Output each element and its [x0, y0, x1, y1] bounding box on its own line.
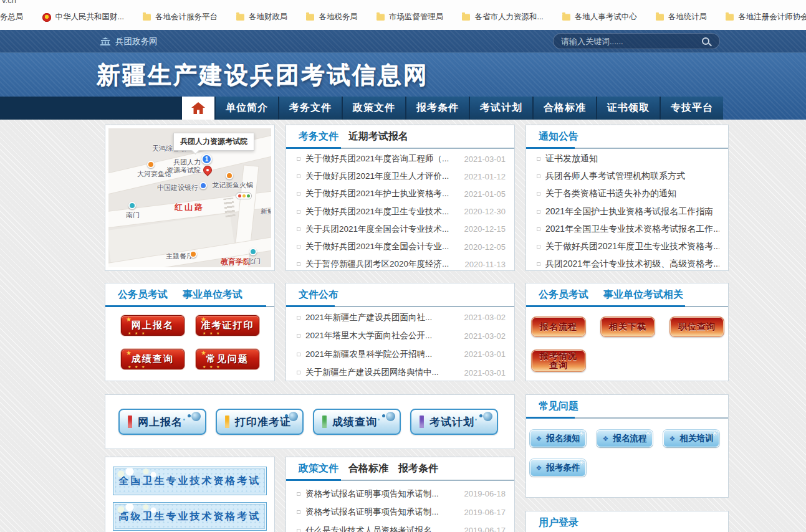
faq-panel: 常见问题 报名须知 报名流程 相关培训 报考条件	[525, 394, 729, 498]
health-exam-banner[interactable]: 全国卫生专业技术资格考试	[113, 467, 267, 495]
notice-item[interactable]: 兵团2021年会计专业技术初级、高级资格考...	[526, 255, 728, 273]
map-tooltip: 兵团人力资源考试院	[173, 133, 254, 151]
tab-civil-service-exam[interactable]: 公务员考试	[118, 288, 168, 302]
quick-link-button[interactable]: 打印准考证	[216, 409, 304, 435]
map-poi-dot	[249, 248, 257, 255]
search-input[interactable]	[561, 37, 702, 46]
nav-home-tab[interactable]	[182, 97, 214, 120]
document-date: 2021-03-02	[464, 331, 506, 341]
bookmark-item[interactable]: 各地统计局	[656, 12, 708, 22]
document-item[interactable]: 关于新疆生产建设兵团网络舆情中... 2021-03-01	[286, 364, 514, 382]
tab-civil-service-exam[interactable]: 公务员考试	[539, 288, 588, 302]
red-action-button[interactable]: 常见问题	[196, 349, 259, 369]
campus-map[interactable]: 兵团人力资源考试院 1 兵团人力 资源考试院 天鸿综合楼 大河宴鱼馆 中国建设银…	[108, 128, 271, 267]
bookmark-item[interactable]: 务总局	[0, 12, 24, 22]
color-bar	[225, 416, 229, 428]
faq-button[interactable]: 报名须知	[530, 430, 586, 447]
news-title: 关于做好兵团2021年度咨询工程师（...	[305, 153, 459, 164]
faq-button[interactable]: 相关培训	[663, 430, 719, 447]
policy-item[interactable]: 资格考试报名证明事项告知承诺制... 2019-06-17	[286, 503, 514, 522]
policy-date: 2019-06-17	[464, 508, 506, 517]
nav-tab[interactable]: 专技平台	[661, 97, 723, 120]
red-action-button[interactable]: 网上报名	[121, 315, 185, 336]
url-fragment: v.cn	[2, 0, 16, 5]
bubbles-decoration-icon	[483, 412, 492, 421]
map-label-longji: 龙记斑鱼火锅	[212, 181, 253, 190]
document-title: 2021年新疆生产建设兵团面向社...	[305, 312, 459, 323]
nav-tab[interactable]: 考务文件	[279, 97, 342, 120]
nav-tab[interactable]: 证书领取	[597, 97, 660, 120]
bookmark-item[interactable]: 各地税务局	[306, 12, 358, 22]
news-item[interactable]: 关于做好兵团2021年护士执业资格考... 2021-01-05	[286, 185, 514, 202]
bookmark-item[interactable]: 各地注册会计师协会	[726, 12, 806, 22]
active-tab-underline	[526, 305, 685, 307]
bookmark-item[interactable]: 各地人事考试中心	[562, 12, 637, 22]
bookmark-item[interactable]: 各地财政局	[236, 12, 288, 22]
nav-tab[interactable]: 合格标准	[534, 97, 596, 120]
document-item[interactable]: 2021年新疆生产建设兵团面向社... 2021-03-02	[286, 308, 514, 327]
document-date: 2021-03-02	[464, 313, 506, 322]
faq-button[interactable]: 报名流程	[597, 430, 653, 447]
news-item[interactable]: 关于做好兵团2021年度卫生人才评价... 2021-01-12	[286, 168, 514, 185]
bookmark-item[interactable]: 市场监督管理局	[377, 12, 444, 22]
active-tab-underline	[105, 305, 266, 307]
bookmarks-bar: v.cn 务总局 中华人民共和国财... 各地会计服务平台	[0, 0, 806, 30]
map-poi-dot	[190, 250, 197, 258]
orange-action-button[interactable]: 相关下载	[600, 316, 655, 337]
document-item[interactable]: 2021年新疆农垦科学院公开招聘... 2021-03-01	[286, 345, 514, 364]
tab-exam-documents[interactable]: 考务文件	[299, 130, 338, 143]
gov-portal-link[interactable]: 兵团政务网	[100, 30, 158, 53]
tab-user-login[interactable]: 用户登录	[539, 516, 578, 530]
orange-action-button[interactable]: 职位查询	[669, 316, 724, 337]
notice-title: 关于做好兵团2021年度卫生专业技术资格考...	[545, 241, 719, 252]
bookmark-item[interactable]: 各地会计服务平台	[143, 12, 218, 22]
nav-tab[interactable]: 报考条件	[406, 97, 469, 120]
civil-service-related-panel: 公务员考试 事业单位考试相关 报名流程 相关下载 职位查询 报考情况 查询	[525, 283, 729, 381]
tab-application-requirements[interactable]: 报考条件	[398, 462, 438, 475]
news-item[interactable]: 关于暂停新疆兵团考区2020年度经济... 2020-11-13	[286, 255, 514, 273]
news-item[interactable]: 关于做好兵团2021年度咨询工程师（... 2021-03-01	[286, 150, 514, 168]
notice-item[interactable]: 证书发放通知	[526, 150, 728, 168]
bookmark-label: 各地税务局	[319, 12, 358, 22]
notice-item[interactable]: 关于各类资格证书遗失补办的通知	[526, 185, 728, 202]
nav-tab[interactable]: 政策文件	[343, 97, 405, 120]
bookmark-item[interactable]: 各省市人力资源和...	[462, 12, 543, 22]
related-buttons: 报名流程 相关下载 职位查询 报考情况 查询	[526, 307, 728, 372]
tab-institution-exam[interactable]: 事业单位考试	[183, 288, 242, 302]
map-label-dahe: 大河宴鱼馆	[137, 169, 171, 179]
policy-item[interactable]: 什么是专业技术人员资格考试报名... 2019-06-17	[286, 521, 514, 532]
tab-policy-documents[interactable]: 政策文件	[299, 462, 338, 475]
orange-action-button[interactable]: 报名流程	[531, 316, 586, 337]
orange-action-button[interactable]: 报考情况 查询	[531, 349, 586, 372]
search-icon[interactable]	[702, 37, 709, 45]
red-action-button[interactable]: 准考证打印	[196, 315, 259, 336]
quick-link-button[interactable]: 考试计划	[410, 409, 498, 435]
map-marker-1[interactable]: 1	[201, 154, 212, 164]
notice-item[interactable]: 2021年全国卫生专业技术资格考试报名工作...	[526, 221, 728, 238]
quick-link-button[interactable]: 成绩查询	[313, 409, 401, 435]
tab-passing-standards[interactable]: 合格标准	[348, 462, 388, 475]
tab-faq[interactable]: 常见问题	[539, 400, 578, 413]
news-date: 2020-12-15	[464, 224, 506, 234]
document-title: 2021年塔里木大学面向社会公开...	[305, 330, 459, 341]
health-exam-banner[interactable]: 高级卫生专业技术资格考试	[113, 502, 267, 531]
policy-item[interactable]: 资格考试报名证明事项告知承诺制... 2019-06-18	[286, 485, 514, 503]
tab-notices[interactable]: 通知公告	[539, 130, 578, 143]
nav-tab[interactable]: 考试计划	[470, 97, 532, 120]
document-item[interactable]: 2021年塔里木大学面向社会公开... 2021-03-02	[286, 327, 514, 346]
notice-item[interactable]: 关于做好兵团2021年度卫生专业技术资格考...	[526, 238, 728, 255]
notice-item[interactable]: 兵团各师人事考试管理机构联系方式	[526, 168, 728, 185]
nav-tab[interactable]: 单位简介	[216, 97, 278, 120]
notice-item[interactable]: 2021年全国护士执业资格考试报名工作指南	[526, 203, 728, 221]
news-item[interactable]: 关于做好兵团2021年度全国会计专业... 2020-12-05	[286, 238, 514, 255]
tab-recent-registration[interactable]: 近期考试报名	[348, 130, 408, 143]
main-content: 兵团人力资源考试院 1 兵团人力 资源考试院 天鸿综合楼 大河宴鱼馆 中国建设银…	[0, 120, 806, 532]
tab-published-documents[interactable]: 文件公布	[299, 288, 338, 302]
faq-button[interactable]: 报考条件	[530, 459, 586, 477]
quick-link-button[interactable]: 网上报名	[118, 409, 206, 435]
news-item[interactable]: 关于做好兵团2021年度卫生专业技术... 2020-12-30	[286, 203, 514, 221]
red-action-button[interactable]: 成绩查询	[121, 349, 185, 369]
tab-institution-exam-related[interactable]: 事业单位考试相关	[603, 288, 683, 302]
news-item[interactable]: 关于兵团2021年度全国会计专业技术... 2020-12-15	[286, 221, 514, 238]
bookmark-item[interactable]: 中华人民共和国财...	[42, 12, 124, 22]
